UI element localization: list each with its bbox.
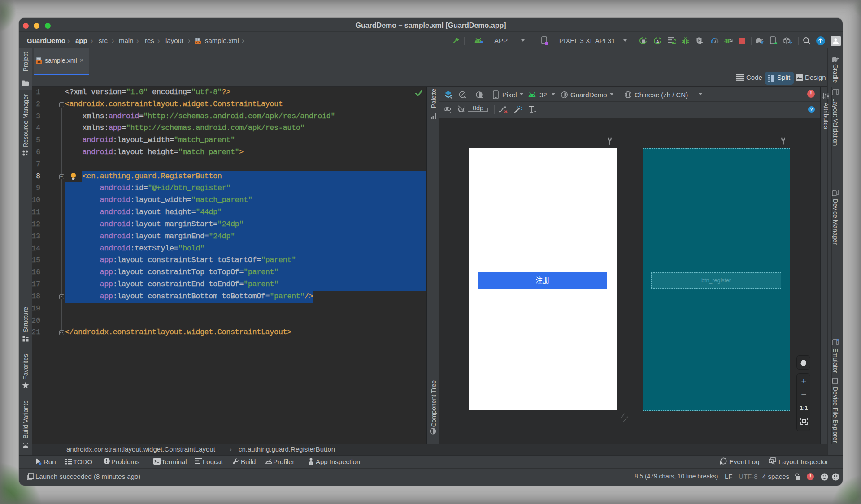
- svg-text:<>: <>: [196, 41, 200, 44]
- svg-text:A: A: [656, 39, 660, 44]
- svg-text:<>: <>: [37, 61, 41, 64]
